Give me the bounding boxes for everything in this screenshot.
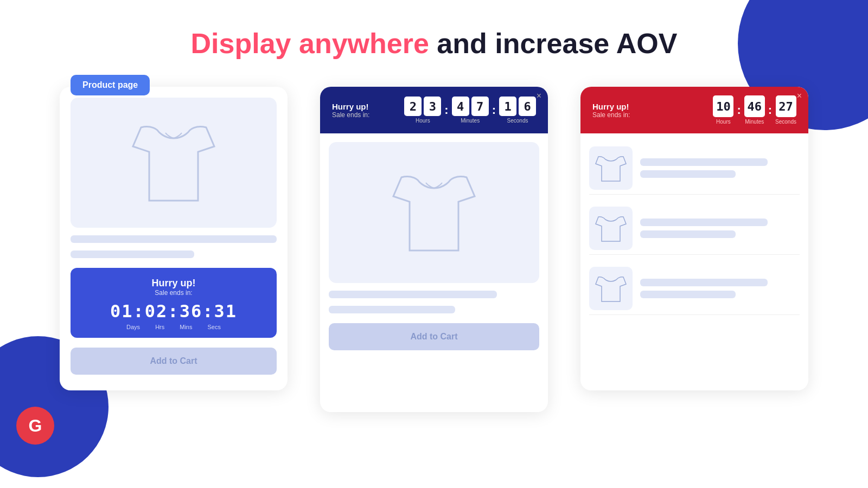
item1-bar2 — [640, 170, 736, 178]
minutes-label: Minutes — [461, 118, 480, 124]
cart-sale-ends: Sale ends in: — [592, 111, 630, 119]
main-heading: Display anywhere and increase AOV — [191, 27, 678, 60]
cards-row: Product page Hurry up! Sale ends in: 01:… — [0, 87, 868, 412]
heading-highlight: Display anywhere — [191, 28, 429, 59]
product-hurry-title: Hurry up! — [76, 278, 271, 289]
cart-flip-digits: 10 Hours : 46 Minutes : 27 Seconds — [713, 95, 796, 125]
label-secs: Secs — [207, 324, 220, 330]
cart-item-1-shirt — [595, 152, 627, 184]
logo-circle: G — [16, 407, 54, 445]
seconds-group: 1 6 Seconds — [499, 97, 536, 124]
topbottom-banner: × Hurry up! Sale ends in: 2 3 Hours : — [320, 87, 548, 133]
item2-bar1 — [640, 219, 768, 226]
seconds-digits-row: 1 6 — [499, 97, 536, 116]
tb-placeholder-1 — [329, 291, 497, 298]
seconds-digit-1: 1 — [499, 97, 516, 116]
minutes-digit-2: 7 — [471, 97, 489, 116]
cart-item-3-shirt — [595, 272, 627, 305]
item3-bar1 — [640, 279, 768, 286]
cart-item-3-details — [640, 279, 800, 298]
product-page-card: Product page Hurry up! Sale ends in: 01:… — [60, 87, 288, 390]
cart-colon-1: : — [737, 103, 741, 117]
heading-rest: and increase AOV — [429, 28, 678, 59]
hours-digit-1: 2 — [404, 97, 422, 116]
cart-item-3 — [589, 262, 800, 315]
cart-banner-left: Hurry up! Sale ends in: — [592, 102, 630, 119]
cart-page-card: Cart page × Hurry up! Sale ends in: 10 H… — [580, 87, 808, 390]
topbottom-add-to-cart-button[interactable]: Add to Cart — [329, 323, 539, 350]
topbottom-image-area — [329, 142, 539, 283]
topbottom-flip-digits: 2 3 Hours : 4 7 Minutes : — [404, 97, 536, 124]
shirt-illustration — [130, 114, 217, 211]
cart-item-1-thumb — [589, 146, 633, 190]
cart-seconds-group: 27 Seconds — [775, 95, 796, 125]
cart-hours-label: Hours — [716, 119, 731, 125]
item3-bar2 — [640, 291, 736, 298]
label-days: Days — [126, 324, 140, 330]
product-countdown-box: Hurry up! Sale ends in: 01:02:36:31 Days… — [71, 268, 277, 338]
tb-placeholder-2 — [329, 306, 455, 313]
cart-item-3-thumb — [589, 267, 633, 310]
cart-body — [580, 133, 808, 390]
minutes-digit-1: 4 — [452, 97, 469, 116]
hours-group: 2 3 Hours — [404, 97, 441, 124]
cart-item-1 — [589, 142, 800, 195]
cart-hours-digit: 10 — [713, 95, 733, 117]
topbottom-body: Add to Cart — [320, 133, 548, 412]
item2-bar2 — [640, 230, 736, 238]
cart-seconds-digit: 27 — [776, 95, 796, 117]
cart-colon-2: : — [768, 103, 772, 117]
label-hrs: Hrs — [155, 324, 164, 330]
cart-item-2-shirt — [595, 212, 627, 245]
topbottom-close-icon[interactable]: × — [537, 91, 541, 101]
topbottom-hurry: Hurry up! — [332, 102, 369, 111]
cart-item-1-details — [640, 158, 800, 178]
product-page-label: Product page — [71, 75, 150, 95]
product-image-area — [71, 98, 277, 228]
minutes-digits-row: 4 7 — [452, 97, 489, 116]
colon-2: : — [492, 103, 496, 117]
cart-item-2-details — [640, 219, 800, 238]
hours-label: Hours — [416, 118, 430, 124]
minutes-group: 4 7 Minutes — [452, 97, 489, 124]
cart-item-2-thumb — [589, 207, 633, 250]
hours-digits-row: 2 3 — [404, 97, 441, 116]
label-mins: Mins — [180, 324, 192, 330]
cart-close-icon[interactable]: × — [797, 91, 802, 101]
cart-minutes-group: 46 Minutes — [744, 95, 765, 125]
seconds-digit-2: 6 — [519, 97, 536, 116]
topbottom-shirt-illustration — [391, 164, 477, 261]
cart-minutes-digit: 46 — [744, 95, 765, 117]
placeholder-title — [71, 235, 277, 243]
placeholder-subtitle — [71, 251, 194, 258]
product-sale-text: Sale ends in: — [76, 289, 271, 297]
product-add-to-cart-button[interactable]: Add to Cart — [71, 348, 277, 375]
topbottom-card: Top/bottom × Hurry up! Sale ends in: 2 3 — [320, 87, 548, 412]
cart-seconds-label: Seconds — [775, 119, 796, 125]
cart-item-2 — [589, 202, 800, 255]
seconds-label: Seconds — [507, 118, 528, 124]
product-countdown-time: 01:02:36:31 — [76, 301, 271, 322]
topbottom-banner-left: Hurry up! Sale ends in: — [332, 102, 369, 119]
colon-1: : — [444, 103, 448, 117]
cart-hurry: Hurry up! — [592, 102, 630, 111]
topbottom-sale-ends: Sale ends in: — [332, 111, 369, 119]
cart-hours-group: 10 Hours — [713, 95, 733, 125]
cart-banner: × Hurry up! Sale ends in: 10 Hours : 46 … — [580, 87, 808, 133]
item1-bar1 — [640, 158, 768, 166]
hours-digit-2: 3 — [424, 97, 441, 116]
product-countdown-labels: Days Hrs Mins Secs — [76, 324, 271, 330]
cart-minutes-label: Minutes — [745, 119, 764, 125]
